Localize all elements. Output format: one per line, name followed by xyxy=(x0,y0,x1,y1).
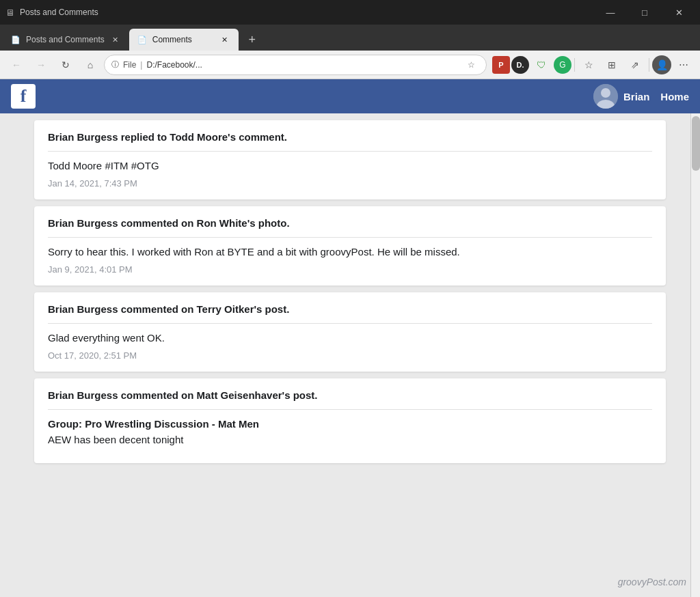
nav-bar: ← → ↻ ⌂ ⓘ File | D:/Facebook/... ☆ P D. … xyxy=(0,51,700,79)
toolbar-icons: P D. 🛡 G ☆ ⊞ ⇗ 👤 ⋯ xyxy=(492,54,695,76)
address-separator: | xyxy=(140,60,142,70)
title-bar-label: Posts and Comments xyxy=(20,8,589,17)
post-card-3: Brian Burgess commented on Terry Oitker'… xyxy=(34,292,666,372)
watermark: groovyPost.com xyxy=(618,577,686,587)
toolbar-divider xyxy=(574,58,575,72)
card-divider-3 xyxy=(48,323,652,324)
post-body-3: Glad everything went OK. xyxy=(48,332,652,344)
scrollbar-thumb[interactable] xyxy=(692,116,700,171)
post-title-3: Brian Burgess commented on Terry Oitker'… xyxy=(48,303,652,315)
green-icon[interactable]: G xyxy=(554,56,571,74)
tab-icon-2: 📄 xyxy=(137,36,147,44)
facebook-user[interactable]: Brian xyxy=(593,84,649,109)
reading-list-icon[interactable]: ☆ xyxy=(578,54,600,76)
collections-icon[interactable]: ⊞ xyxy=(601,54,623,76)
post-body-2: Sorry to hear this. I worked with Ron at… xyxy=(48,246,652,258)
dotd-icon[interactable]: D. xyxy=(511,56,529,74)
bookmark-icon[interactable]: ☆ xyxy=(463,57,479,73)
facebook-home-link[interactable]: Home xyxy=(660,91,689,102)
facebook-user-avatar xyxy=(593,84,618,109)
facebook-logo-letter: f xyxy=(21,87,27,105)
post-card-1: Brian Burgess replied to Todd Moore's co… xyxy=(34,120,666,199)
pocket-icon[interactable]: P xyxy=(492,56,510,74)
new-tab-button[interactable]: + xyxy=(241,29,263,51)
tab-posts-and-comments[interactable]: 📄 Posts and Comments ✕ xyxy=(3,29,129,51)
toolbar-divider-2 xyxy=(649,58,649,72)
main-content: Brian Burgess replied to Todd Moore's co… xyxy=(0,113,700,597)
facebook-username: Brian xyxy=(623,91,649,102)
app-icon: 🖥 xyxy=(5,8,14,18)
post-title-4: Brian Burgess commented on Matt Geisenha… xyxy=(48,389,652,401)
tab-bar: 📄 Posts and Comments ✕ 📄 Comments ✕ + xyxy=(0,25,700,51)
post-body-1: Todd Moore #ITM #OTG xyxy=(48,160,652,171)
card-divider-2 xyxy=(48,237,652,238)
address-file-label: File xyxy=(123,60,136,70)
home-button[interactable]: ⌂ xyxy=(79,54,101,76)
refresh-button[interactable]: ↻ xyxy=(55,54,77,76)
post-title-1: Brian Burgess replied to Todd Moore's co… xyxy=(48,131,652,143)
tab-close-1[interactable]: ✕ xyxy=(110,34,121,45)
post-body-4: AEW has been decent tonight xyxy=(48,434,652,445)
minimize-button[interactable]: — xyxy=(595,0,626,25)
facebook-nav-right: Brian Home xyxy=(593,84,689,109)
group-label: Group: xyxy=(48,418,85,430)
post-card-4: Brian Burgess commented on Matt Geisenha… xyxy=(34,378,666,463)
profile-avatar[interactable]: 👤 xyxy=(652,55,671,74)
address-icons: ☆ xyxy=(463,57,479,73)
post-card-2: Brian Burgess commented on Ron White's p… xyxy=(34,206,666,286)
maximize-button[interactable]: □ xyxy=(629,0,660,25)
tab-icon-1: 📄 xyxy=(11,36,21,44)
facebook-logo[interactable]: f xyxy=(11,84,36,109)
scrollbar-track[interactable] xyxy=(690,113,700,597)
back-button[interactable]: ← xyxy=(5,54,27,76)
post-group-4: Group: Pro Wrestling Discussion - Mat Me… xyxy=(48,418,652,430)
address-url: D:/Facebook/... xyxy=(146,60,459,70)
facebook-header: f Brian Home xyxy=(0,79,700,113)
tab-comments[interactable]: 📄 Comments ✕ xyxy=(129,29,239,51)
post-date-3: Oct 17, 2020, 2:51 PM xyxy=(48,350,652,361)
tab-close-2[interactable]: ✕ xyxy=(219,34,230,45)
post-date-1: Jan 14, 2021, 7:43 PM xyxy=(48,178,652,189)
address-info-icon: ⓘ xyxy=(111,59,119,70)
shield-icon[interactable]: 🛡 xyxy=(530,54,552,76)
window-controls: — □ ✕ xyxy=(595,0,695,25)
address-bar[interactable]: ⓘ File | D:/Facebook/... ☆ xyxy=(104,55,487,75)
card-divider-1 xyxy=(48,151,652,152)
tab-label-1: Posts and Comments xyxy=(26,35,105,44)
group-name: Pro Wrestling Discussion - Mat Men xyxy=(85,418,259,430)
post-title-2: Brian Burgess commented on Ron White's p… xyxy=(48,217,652,229)
card-divider-4 xyxy=(48,409,652,410)
svg-point-1 xyxy=(601,88,610,98)
share-icon[interactable]: ⇗ xyxy=(624,54,646,76)
title-bar: 🖥 Posts and Comments — □ ✕ xyxy=(0,0,700,25)
tab-label-2: Comments xyxy=(152,35,192,44)
more-button[interactable]: ⋯ xyxy=(673,54,695,76)
close-button[interactable]: ✕ xyxy=(663,0,695,25)
post-date-2: Jan 9, 2021, 4:01 PM xyxy=(48,264,652,275)
forward-button[interactable]: → xyxy=(30,54,52,76)
